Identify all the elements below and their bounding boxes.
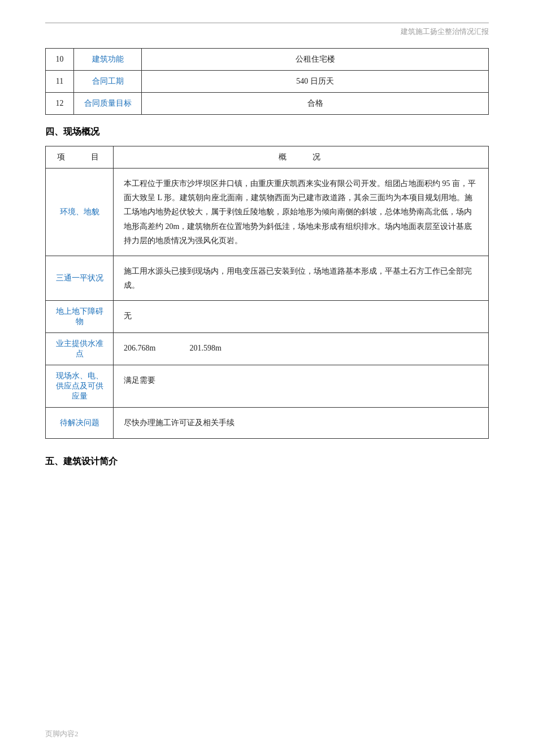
top-table: 10 建筑功能 公租住宅楼 11 合同工期 540 日历天 12 合同质量目标 …: [45, 48, 489, 115]
row-item: 三通一平状况: [46, 256, 114, 300]
row-content-cell: 本工程位于重庆市沙坪坝区井口镇，由重庆重庆凯西来实业有限公司开发。组团占地面积约…: [114, 169, 489, 256]
overview-row: 地上地下障碍物 无: [46, 301, 489, 333]
row-label: 合同工期: [74, 71, 142, 93]
row-value: 540 日历天: [142, 71, 489, 93]
row-item: 地上地下障碍物: [46, 301, 114, 333]
row-content-cell: 尽快办理施工许可证及相关手续: [114, 408, 489, 438]
overview-row: 待解决问题 尽快办理施工许可证及相关手续: [46, 408, 489, 438]
col1-header: 项 目: [46, 146, 114, 169]
section5-title: 五、建筑设计简介: [45, 456, 489, 468]
row-content: 尽快办理施工许可证及相关手续: [124, 416, 478, 430]
row-content: 施工用水源头已接到现场内，用电变压器已安装到位，场地道路基本形成，平基土石方工作…: [124, 264, 478, 292]
row-content-cell: 206.768m 201.598m: [114, 333, 489, 365]
overview-row: 现场水、电、供应点及可供应量 满足需要: [46, 365, 489, 408]
section4-title: 四、现场概况: [45, 126, 489, 138]
row-value: 合格: [142, 93, 489, 115]
overview-table: 项 目 概 况 环境、地貌 本工程位于重庆市沙坪坝区井口镇，由重庆重庆凯西来实业…: [45, 146, 489, 439]
table-row: 12 合同质量目标 合格: [46, 93, 489, 115]
row-num: 11: [46, 71, 74, 93]
row-label: 合同质量目标: [74, 93, 142, 115]
row-content: 满足需要: [124, 373, 478, 387]
overview-row: 三通一平状况 施工用水源头已接到现场内，用电变压器已安装到位，场地道路基本形成，…: [46, 256, 489, 300]
footer-text: 页脚内容2: [45, 729, 79, 739]
overview-row: 业主提供水准点 206.768m 201.598m: [46, 333, 489, 365]
row-content-cell: 满足需要: [114, 365, 489, 408]
page-container: 建筑施工扬尘整治情况汇报 10 建筑功能 公租住宅楼 11 合同工期 540 日…: [0, 0, 534, 756]
table-row: 11 合同工期 540 日历天: [46, 71, 489, 93]
row-num: 12: [46, 93, 74, 115]
row-content-cell: 无: [114, 301, 489, 333]
header-line: [45, 23, 489, 23]
water-points: 206.768m 201.598m: [124, 341, 478, 355]
row-num: 10: [46, 49, 74, 71]
water-point-1: 206.768m: [124, 341, 155, 355]
row-content: 无: [124, 309, 478, 323]
col2-header: 概 况: [114, 146, 489, 169]
water-point-2: 201.598m: [189, 341, 221, 355]
row-item: 现场水、电、供应点及可供应量: [46, 365, 114, 408]
row-item: 业主提供水准点: [46, 333, 114, 365]
row-item: 环境、地貌: [46, 169, 114, 256]
row-item: 待解决问题: [46, 408, 114, 438]
header-title: 建筑施工扬尘整治情况汇报: [45, 27, 489, 37]
table-row: 10 建筑功能 公租住宅楼: [46, 49, 489, 71]
row-content: 本工程位于重庆市沙坪坝区井口镇，由重庆重庆凯西来实业有限公司开发。组团占地面积约…: [124, 176, 478, 248]
row-content-cell: 施工用水源头已接到现场内，用电变压器已安装到位，场地道路基本形成，平基土石方工作…: [114, 256, 489, 300]
row-label: 建筑功能: [74, 49, 142, 71]
overview-row: 环境、地貌 本工程位于重庆市沙坪坝区井口镇，由重庆重庆凯西来实业有限公司开发。组…: [46, 169, 489, 256]
row-value: 公租住宅楼: [142, 49, 489, 71]
